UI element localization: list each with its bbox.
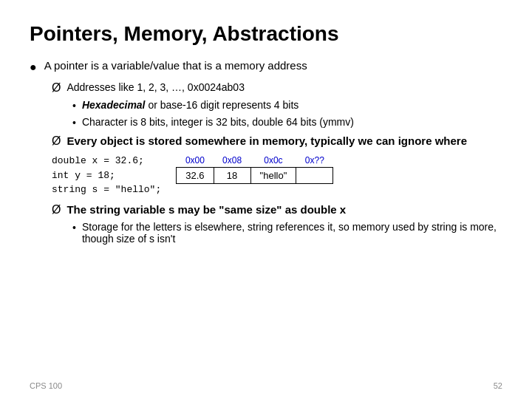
sub-bullet-3: Ø The string variable s may be "same siz… [52,203,502,245]
bullet1-sub1: • Hexadecimal or base-16 digit represent… [72,99,502,112]
bullet1-sub2: • Character is 8 bits, integer is 32 bit… [72,116,502,129]
code-line-3: string s = "hello"; [52,183,161,197]
memory-table: 0x00 0x08 0x0c 0x?? 32.6 18 "hello" [176,154,333,184]
slide-title: Pointers, Memory, Abstractions [30,22,502,46]
code-line-2: int y = 18; [52,168,161,183]
main-bullet-text: A pointer is a variable/value that is a … [44,59,307,72]
bullet3-sub1: • Storage for the letters is elsewhere, … [72,221,502,245]
arrow-icon-1: • [72,100,76,112]
mem-header-0: 0x00 [177,154,214,168]
mem-cell-2: "hello" [250,168,296,184]
sub-bullet-1-header: Ø Addresses like 1, 2, 3, …, 0x0024ab03 [52,81,502,95]
arrow-icon-2: • [72,117,76,129]
bullet2-label: Every object is stored somewhere in memo… [66,134,467,147]
bullet1-sub1-text: Hexadecimal or base-16 digit represents … [82,99,299,111]
sub-bullet-2-header: Ø Every object is stored somewhere in me… [52,134,502,148]
footer-course: CPS 100 [30,381,62,390]
bullet1-label: Addresses like 1, 2, 3, …, 0x0024ab03 [66,81,244,93]
sub-bullet-3-header: Ø The string variable s may be "same siz… [52,203,502,216]
ø-icon-2: Ø [52,134,61,148]
arrow-icon-3: • [72,222,76,233]
bullet-dot: ● [30,61,37,74]
ø-icon-1: Ø [52,81,61,95]
memory-section: double x = 32.6; int y = 18; string s = … [52,154,502,197]
mem-header-1: 0x08 [214,154,250,168]
mem-cell-3 [296,168,333,184]
mem-row: 32.6 18 "hello" [177,168,333,184]
sub-bullet-2: Ø Every object is stored somewhere in me… [52,134,502,148]
code-line-1: double x = 32.6; [52,154,161,168]
memory-table-wrap: double x = 32.6; int y = 18; string s = … [52,154,502,197]
bullet3-label: The string variable s may be "same size"… [66,203,346,216]
sub-bullet-1: Ø Addresses like 1, 2, 3, …, 0x0024ab03 … [52,81,502,129]
bullet3-sub1-text: Storage for the letters is elsewhere, st… [82,221,502,245]
footer-page: 52 [494,381,502,390]
main-bullet: ● A pointer is a variable/value that is … [30,59,502,74]
mem-header-2: 0x0c [250,154,296,168]
mem-header-3: 0x?? [296,154,333,168]
footer: CPS 100 52 [30,381,502,390]
slide: Pointers, Memory, Abstractions ● A point… [0,0,532,399]
mem-cell-1: 18 [214,168,250,184]
ø-icon-3: Ø [52,203,61,216]
mem-cell-0: 32.6 [177,168,214,184]
bullet1-sub2-text: Character is 8 bits, integer is 32 bits,… [82,116,354,128]
code-block: double x = 32.6; int y = 18; string s = … [52,154,161,197]
